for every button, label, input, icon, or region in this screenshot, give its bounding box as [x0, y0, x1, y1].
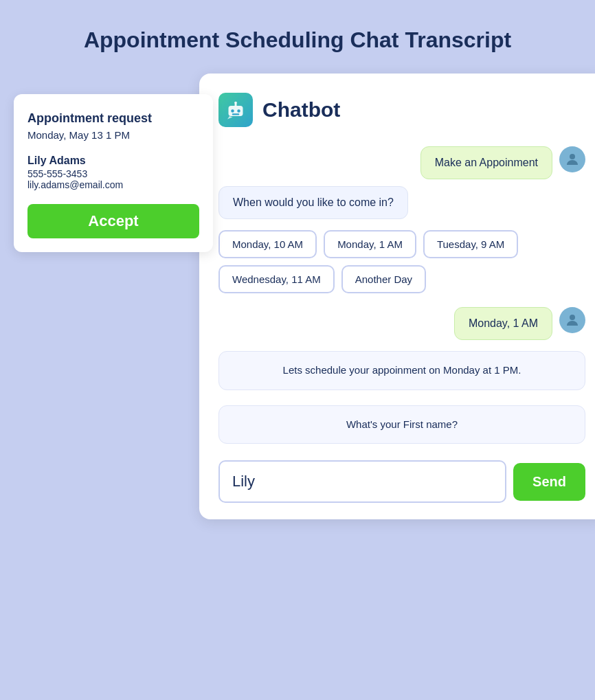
bot-name-message: What's your First name? [233, 417, 571, 433]
option-tuesday-9am[interactable]: Tuesday, 9 AM [423, 230, 518, 258]
bot-message-group-2: What's your First name? [218, 405, 585, 444]
appointment-card-name: Lily Adams [27, 155, 199, 167]
input-row: Send [218, 460, 585, 503]
chat-header: Chatbot [218, 93, 585, 127]
option-wednesday-11am[interactable]: Wednesday, 11 AM [218, 265, 335, 293]
svg-point-2 [237, 109, 240, 113]
appointment-card: Appointment request Monday, May 13 1 PM … [14, 94, 213, 252]
option-another-day[interactable]: Another Day [341, 265, 426, 293]
user-bubble-2: Monday, 1 AM [454, 307, 552, 340]
user-bubble-1: Make an Appoinment [420, 146, 552, 179]
message-row-3: Monday, 1 AM [218, 307, 585, 340]
chatbot-icon [218, 93, 253, 127]
appointment-card-email: lily.adams@email.com [27, 179, 199, 190]
user-avatar-1 [559, 146, 585, 172]
message-row-1: Make an Appoinment [218, 146, 585, 179]
appointment-card-phone: 555-555-3453 [27, 168, 199, 179]
option-monday-10am[interactable]: Monday, 10 AM [218, 230, 317, 258]
chat-input[interactable] [218, 460, 506, 503]
option-monday-1am[interactable]: Monday, 1 AM [324, 230, 416, 258]
page-title: Appointment Scheduling Chat Transcript [70, 27, 525, 53]
chat-window: Chatbot Make an Appoinment When would yo… [199, 74, 595, 519]
svg-point-6 [570, 154, 575, 159]
main-area: Appointment request Monday, May 13 1 PM … [14, 74, 581, 519]
appointment-card-title: Appointment request [27, 111, 199, 126]
bot-message-group: Lets schedule your appoinment on Monday … [218, 351, 585, 390]
bot-bubble-1: When would you like to come in? [218, 186, 408, 219]
accept-button[interactable]: Accept [27, 204, 199, 238]
message-row-2: When would you like to come in? [218, 186, 585, 219]
bot-schedule-message: Lets schedule your appoinment on Monday … [233, 363, 571, 379]
appointment-card-date: Monday, May 13 1 PM [27, 129, 199, 141]
svg-rect-3 [232, 113, 240, 115]
user-avatar-2 [559, 307, 585, 333]
chat-messages: Make an Appoinment When would you like t… [218, 146, 585, 448]
send-button[interactable]: Send [513, 463, 585, 501]
chatbot-title: Chatbot [262, 98, 340, 122]
svg-point-1 [231, 109, 234, 113]
svg-point-7 [570, 315, 575, 320]
svg-point-5 [234, 102, 237, 104]
options-grid: Monday, 10 AM Monday, 1 AM Tuesday, 9 AM… [218, 230, 585, 293]
